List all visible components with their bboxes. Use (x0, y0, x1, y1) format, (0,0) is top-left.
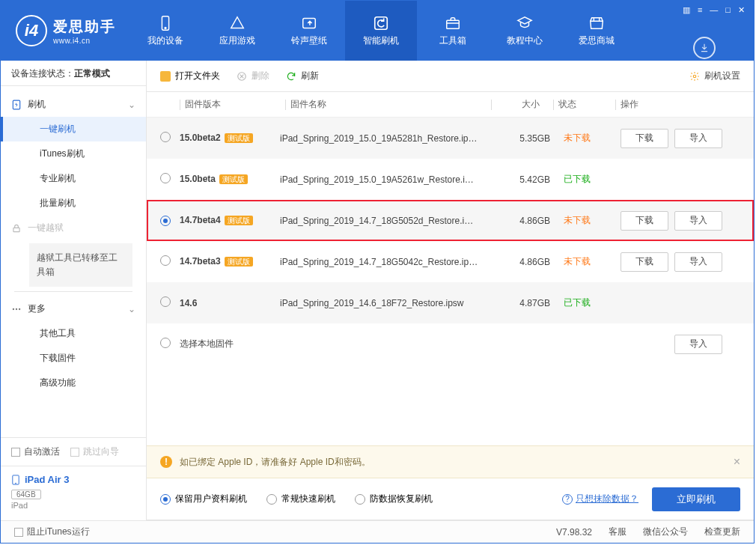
sidebar-item-pro[interactable]: 专业刷机 (1, 166, 146, 191)
wear-icon[interactable]: ▥ (683, 5, 690, 17)
table-row[interactable]: 15.0beta2测试版iPad_Spring_2019_15.0_19A528… (147, 118, 754, 159)
gear-icon (689, 71, 700, 82)
row-radio[interactable] (160, 255, 171, 266)
mode-anti-recovery[interactable]: 防数据恢复刷机 (355, 493, 433, 505)
nav-tab-apps[interactable]: 应用游戏 (201, 1, 273, 61)
firmware-name: iPad_Spring_2019_14.7_18G5052d_Restore.i… (280, 216, 507, 226)
import-button[interactable]: 导入 (674, 129, 722, 148)
erase-only-link[interactable]: ?只想抹除数据？ (562, 493, 638, 505)
check-update-link[interactable]: 检查更新 (704, 526, 740, 538)
firmware-version: 14.7beta3 (180, 256, 221, 267)
refresh-icon (286, 71, 296, 82)
device-icon (157, 15, 174, 31)
delete-button[interactable]: 删除 (237, 70, 269, 82)
table-row[interactable]: 14.7beta3测试版iPad_Spring_2019_14.7_18G504… (147, 241, 754, 282)
toolbox-icon (445, 15, 461, 31)
block-itunes-checkbox[interactable]: 阻止iTunes运行 (14, 526, 90, 538)
download-button[interactable]: 下载 (621, 252, 668, 272)
skip-guide-checkbox[interactable]: 跳过向导 (70, 445, 119, 458)
version-label: V7.98.32 (556, 527, 592, 538)
mode-keep-data[interactable]: 保留用户资料刷机 (160, 493, 247, 505)
device-info[interactable]: iPad Air 3 64GB iPad (1, 466, 146, 520)
menu-icon[interactable]: ≡ (698, 5, 702, 17)
nav-tab-device[interactable]: 我的设备 (129, 1, 201, 61)
sidebar-cat-more[interactable]: 更多 ⌄ (1, 296, 146, 321)
flash-settings-button[interactable]: 刷机设置 (689, 70, 740, 82)
maximize-icon[interactable]: □ (725, 5, 731, 17)
nav-tab-tutorial[interactable]: 教程中心 (489, 1, 561, 61)
sidebar-item-othertools[interactable]: 其他工具 (1, 321, 146, 346)
open-folder-button[interactable]: 打开文件夹 (160, 70, 220, 82)
row-radio[interactable] (160, 338, 171, 348)
beta-badge: 测试版 (225, 257, 253, 267)
firmware-version: 14.6 (180, 298, 197, 308)
customer-service-link[interactable]: 客服 (609, 526, 627, 538)
firmware-size: 4.86GB (507, 257, 564, 267)
download-button[interactable]: 下载 (621, 129, 668, 148)
firmware-name: iPad_Spring_2019_14.7_18G5042c_Restore.i… (280, 257, 507, 267)
download-indicator-icon[interactable] (693, 37, 716, 59)
table-row[interactable]: 14.7beta4测试版iPad_Spring_2019_14.7_18G505… (147, 200, 754, 241)
refresh-button[interactable]: 刷新 (286, 70, 319, 82)
firmware-status: 未下载 (564, 132, 621, 144)
table-row[interactable]: 14.6iPad_Spring_2019_14.6_18F72_Restore.… (147, 282, 754, 323)
nav-tab-label: 智能刷机 (363, 34, 399, 47)
delete-icon (237, 71, 247, 82)
import-button[interactable]: 导入 (674, 211, 722, 231)
firmware-size: 4.86GB (507, 216, 564, 226)
close-icon[interactable]: ✕ (738, 5, 745, 17)
mode-fast[interactable]: 常规快速刷机 (266, 493, 335, 505)
chevron-down-icon: ⌄ (128, 304, 135, 314)
beta-badge: 测试版 (225, 216, 253, 225)
warning-icon: ! (160, 456, 172, 468)
sidebar-cat-label: 一键越狱 (28, 222, 64, 234)
sidebar-cat-flash[interactable]: 刷机 ⌄ (1, 92, 146, 117)
sidebar-item-itunes[interactable]: iTunes刷机 (1, 141, 146, 166)
svg-point-9 (19, 308, 20, 310)
sidebar-cat-label: 更多 (28, 302, 46, 315)
svg-point-13 (693, 75, 696, 78)
import-button[interactable]: 导入 (674, 252, 722, 272)
minimize-icon[interactable]: — (710, 5, 718, 17)
nav-tab-label: 我的设备 (147, 34, 183, 47)
row-radio[interactable] (160, 173, 171, 183)
auto-activate-checkbox[interactable]: 自动激活 (11, 445, 60, 458)
firmware-size: 5.35GB (507, 133, 564, 144)
folder-icon (160, 71, 171, 82)
main-panel: 打开文件夹 删除 刷新 刷机设置 固件版本 固件名 (147, 61, 754, 520)
sidebar-item-advanced[interactable]: 高级功能 (1, 371, 146, 395)
nav-tab-label: 教程中心 (507, 34, 543, 47)
firmware-name: iPad_Spring_2019_14.6_18F72_Restore.ipsw (280, 298, 507, 308)
table-row-local[interactable]: 选择本地固件导入 (147, 323, 754, 365)
mode-bar: 保留用户资料刷机 常规快速刷机 防数据恢复刷机 ?只想抹除数据？ 立即刷机 (147, 478, 754, 520)
col-name: 固件名称 (290, 98, 491, 111)
flash-now-button[interactable]: 立即刷机 (652, 487, 740, 511)
wechat-link[interactable]: 微信公众号 (643, 526, 688, 538)
sidebar-item-downloadfw[interactable]: 下载固件 (1, 346, 146, 371)
sidebar-item-oneclick[interactable]: 一键刷机 (1, 117, 146, 141)
close-info-button[interactable]: × (734, 455, 740, 469)
jailbreak-note: 越狱工具已转移至工具箱 (29, 243, 132, 287)
nav-tab-media[interactable]: 铃声壁纸 (273, 1, 345, 61)
firmware-size: 5.42GB (507, 174, 564, 185)
svg-point-11 (16, 483, 16, 484)
nav-tab-store[interactable]: 爱思商城 (561, 1, 632, 61)
row-radio[interactable] (160, 216, 171, 226)
firmware-name: iPad_Spring_2019_15.0_19A5261w_Restore.i… (280, 174, 507, 185)
nav-tab-flash[interactable]: 智能刷机 (345, 1, 417, 61)
firmware-name: iPad_Spring_2019_15.0_19A5281h_Restore.i… (280, 133, 507, 144)
sidebar-item-batch[interactable]: 批量刷机 (1, 191, 146, 216)
row-radio[interactable] (160, 296, 171, 307)
import-button[interactable]: 导入 (674, 335, 722, 354)
download-button[interactable]: 下载 (621, 211, 668, 231)
beta-badge: 测试版 (225, 133, 253, 143)
row-radio[interactable] (160, 132, 171, 142)
firmware-size: 4.87GB (507, 298, 564, 308)
app-header: i4 爱思助手 www.i4.cn 我的设备应用游戏铃声壁纸智能刷机工具箱教程中… (1, 1, 754, 61)
local-firmware-label: 选择本地固件 (180, 338, 280, 350)
firmware-version: 15.0beta2 (180, 133, 221, 143)
table-row[interactable]: 15.0beta测试版iPad_Spring_2019_15.0_19A5261… (147, 159, 754, 200)
tutorial-icon (516, 15, 533, 31)
tablet-icon (11, 475, 20, 485)
nav-tab-toolbox[interactable]: 工具箱 (417, 1, 489, 61)
